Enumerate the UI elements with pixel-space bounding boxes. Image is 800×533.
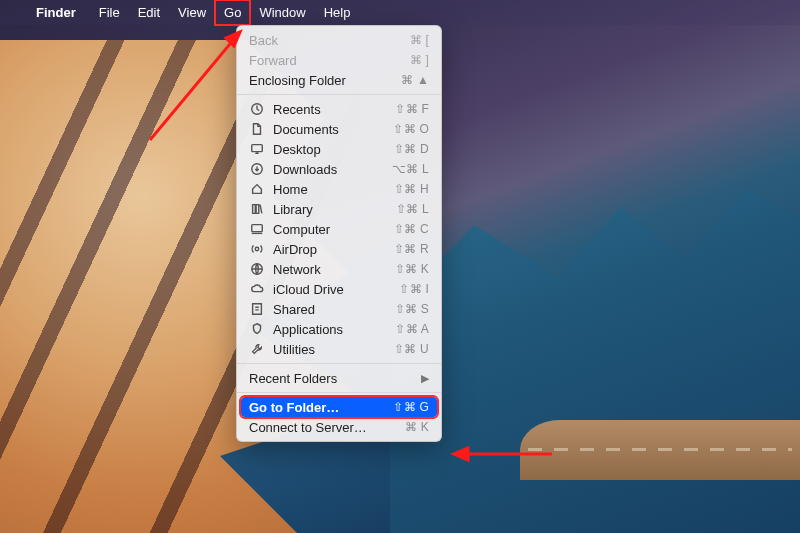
- menuitem-home[interactable]: Home⇧⌘ H: [237, 179, 441, 199]
- menuitem-shortcut: ⇧⌘ D: [394, 142, 429, 156]
- menuitem-label: iCloud Drive: [273, 282, 390, 297]
- menuitem-shortcut: ⇧⌘ K: [395, 262, 429, 276]
- menuitem-label: Network: [273, 262, 386, 277]
- home-icon: [249, 182, 264, 196]
- doc-icon: [249, 122, 264, 136]
- menuitem-computer[interactable]: Computer⇧⌘ C: [237, 219, 441, 239]
- wallpaper-shape: [390, 190, 800, 533]
- shared-icon: [249, 302, 264, 316]
- menuitem-shortcut: ⇧⌘ I: [399, 282, 429, 296]
- menuitem-label: Recents: [273, 102, 386, 117]
- chevron-right-icon: ▶: [421, 372, 429, 385]
- icloud-icon: [249, 282, 264, 296]
- menuitem-label: Downloads: [273, 162, 383, 177]
- menuitem-shortcut: ⇧⌘ L: [396, 202, 429, 216]
- menuitem-shortcut: ⇧⌘ F: [395, 102, 429, 116]
- menuitem-label: Library: [273, 202, 387, 217]
- menuitem-enclosing-folder[interactable]: Enclosing Folder ⌘ ▲: [237, 70, 441, 90]
- menu-file[interactable]: File: [90, 0, 129, 25]
- wallpaper-shape: [520, 420, 800, 480]
- menu-go[interactable]: Go: [215, 0, 250, 25]
- menuitem-applications[interactable]: Applications⇧⌘ A: [237, 319, 441, 339]
- menu-edit[interactable]: Edit: [129, 0, 169, 25]
- menuitem-back: Back ⌘ [: [237, 30, 441, 50]
- menu-help[interactable]: Help: [315, 0, 360, 25]
- menuitem-recents[interactable]: Recents⇧⌘ F: [237, 99, 441, 119]
- menuitem-label: Applications: [273, 322, 386, 337]
- menuitem-shortcut: ⇧⌘ C: [394, 222, 429, 236]
- menuitem-label: Utilities: [273, 342, 385, 357]
- menuitem-label: Documents: [273, 122, 384, 137]
- menuitem-go-to-folder[interactable]: Go to Folder… ⇧⌘ G: [241, 397, 437, 417]
- menuitem-label: Home: [273, 182, 385, 197]
- desktop-icon: [249, 142, 264, 156]
- menuitem-utilities[interactable]: Utilities⇧⌘ U: [237, 339, 441, 359]
- menuitem-shortcut: ⇧⌘ S: [395, 302, 429, 316]
- menubar-appname[interactable]: Finder: [30, 5, 82, 20]
- menuitem-shortcut: ⇧⌘ R: [394, 242, 429, 256]
- menuitem-forward: Forward ⌘ ]: [237, 50, 441, 70]
- menu-separator: [237, 363, 441, 364]
- menuitem-library[interactable]: Library⇧⌘ L: [237, 199, 441, 219]
- airdrop-icon: [249, 242, 264, 256]
- go-menu-dropdown: Back ⌘ [ Forward ⌘ ] Enclosing Folder ⌘ …: [236, 25, 442, 442]
- clock-icon: [249, 102, 264, 116]
- menuitem-shortcut: ⇧⌘ A: [395, 322, 429, 336]
- network-icon: [249, 262, 264, 276]
- library-icon: [249, 202, 264, 216]
- menu-view[interactable]: View: [169, 0, 215, 25]
- menubar: Finder File Edit View Go Window Help: [0, 0, 800, 25]
- menuitem-shortcut: ⇧⌘ O: [393, 122, 429, 136]
- menuitem-label: Desktop: [273, 142, 385, 157]
- menuitem-label: AirDrop: [273, 242, 385, 257]
- menu-separator: [237, 392, 441, 393]
- menuitem-desktop[interactable]: Desktop⇧⌘ D: [237, 139, 441, 159]
- menuitem-shared[interactable]: Shared⇧⌘ S: [237, 299, 441, 319]
- menuitem-documents[interactable]: Documents⇧⌘ O: [237, 119, 441, 139]
- menuitem-airdrop[interactable]: AirDrop⇧⌘ R: [237, 239, 441, 259]
- menuitem-network[interactable]: Network⇧⌘ K: [237, 259, 441, 279]
- utilities-icon: [249, 342, 264, 356]
- macos-desktop: Finder File Edit View Go Window Help Bac…: [0, 0, 800, 533]
- menuitem-icloud-drive[interactable]: iCloud Drive⇧⌘ I: [237, 279, 441, 299]
- menuitem-shortcut: ⇧⌘ U: [394, 342, 429, 356]
- menu-separator: [237, 94, 441, 95]
- computer-icon: [249, 222, 264, 236]
- menuitem-recent-folders[interactable]: Recent Folders ▶: [237, 368, 441, 388]
- menuitem-connect-to-server[interactable]: Connect to Server… ⌘ K: [237, 417, 441, 437]
- menu-window[interactable]: Window: [250, 0, 314, 25]
- menuitem-downloads[interactable]: Downloads⌥⌘ L: [237, 159, 441, 179]
- menuitem-shortcut: ⌥⌘ L: [392, 162, 429, 176]
- download-icon: [249, 162, 264, 176]
- menuitem-label: Shared: [273, 302, 386, 317]
- menuitem-shortcut: ⇧⌘ H: [394, 182, 429, 196]
- apps-icon: [249, 322, 264, 336]
- menuitem-label: Computer: [273, 222, 385, 237]
